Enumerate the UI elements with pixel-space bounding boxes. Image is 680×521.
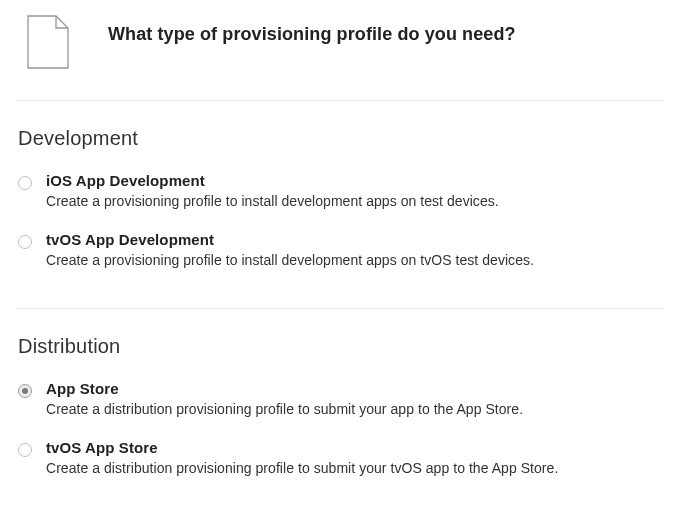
section-title-distribution: Distribution bbox=[18, 335, 662, 358]
radio-app-store[interactable] bbox=[18, 384, 32, 398]
distribution-section: Distribution App Store Create a distribu… bbox=[0, 309, 680, 516]
radio-tvos-app-store[interactable] bbox=[18, 443, 32, 457]
option-tvos-app-development[interactable]: tvOS App Development Create a provisioni… bbox=[18, 231, 662, 268]
option-description: Create a distribution provisioning profi… bbox=[46, 401, 523, 417]
radio-tvos-app-development[interactable] bbox=[18, 235, 32, 249]
option-description: Create a provisioning profile to install… bbox=[46, 193, 499, 209]
radio-ios-app-development[interactable] bbox=[18, 176, 32, 190]
option-label: tvOS App Store bbox=[46, 439, 558, 456]
option-tvos-app-store[interactable]: tvOS App Store Create a distribution pro… bbox=[18, 439, 662, 476]
section-title-development: Development bbox=[18, 127, 662, 150]
development-section: Development iOS App Development Create a… bbox=[0, 101, 680, 308]
page-title: What type of provisioning profile do you… bbox=[108, 14, 516, 45]
option-description: Create a provisioning profile to install… bbox=[46, 252, 534, 268]
option-app-store[interactable]: App Store Create a distribution provisio… bbox=[18, 380, 662, 417]
option-description: Create a distribution provisioning profi… bbox=[46, 460, 558, 476]
option-label: App Store bbox=[46, 380, 523, 397]
option-label: iOS App Development bbox=[46, 172, 499, 189]
option-ios-app-development[interactable]: iOS App Development Create a provisionin… bbox=[18, 172, 662, 209]
page-header: What type of provisioning profile do you… bbox=[0, 0, 680, 100]
option-label: tvOS App Development bbox=[46, 231, 534, 248]
document-icon bbox=[26, 14, 70, 74]
